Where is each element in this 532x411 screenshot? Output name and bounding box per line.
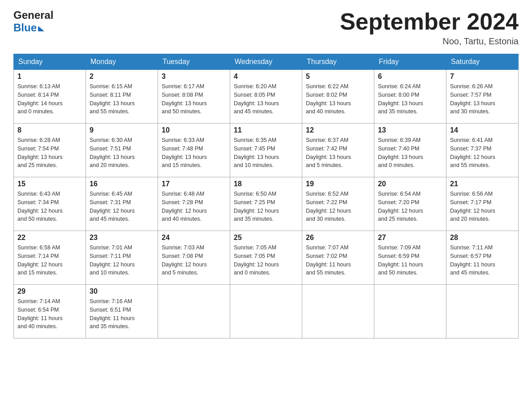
calendar-header-thursday: Thursday [302,54,374,70]
calendar-cell: 29 Sunrise: 7:14 AMSunset: 6:54 PMDaylig… [14,285,86,338]
day-info: Sunrise: 6:56 AMSunset: 7:17 PMDaylight:… [450,190,515,223]
calendar-cell: 2 Sunrise: 6:15 AMSunset: 8:11 PMDayligh… [86,70,158,124]
day-number: 29 [17,287,82,295]
day-number: 22 [17,234,82,242]
day-number: 1 [17,73,82,81]
calendar-cell: 10 Sunrise: 6:33 AMSunset: 7:48 PMDaylig… [158,124,230,177]
calendar-week-row: 15 Sunrise: 6:43 AMSunset: 7:34 PMDaylig… [14,177,519,231]
calendar-cell: 17 Sunrise: 6:48 AMSunset: 7:28 PMDaylig… [158,177,230,231]
day-info: Sunrise: 7:03 AMSunset: 7:08 PMDaylight:… [162,244,226,277]
day-number: 6 [378,73,442,81]
calendar-cell: 16 Sunrise: 6:45 AMSunset: 7:31 PMDaylig… [86,177,158,231]
calendar-cell: 11 Sunrise: 6:35 AMSunset: 7:45 PMDaylig… [230,124,302,177]
day-info: Sunrise: 6:24 AMSunset: 8:00 PMDaylight:… [378,82,442,116]
calendar-cell: 4 Sunrise: 6:20 AMSunset: 8:05 PMDayligh… [230,70,302,124]
calendar-cell: 8 Sunrise: 6:28 AMSunset: 7:54 PMDayligh… [14,124,86,177]
calendar-cell: 27 Sunrise: 7:09 AMSunset: 6:59 PMDaylig… [374,231,446,285]
day-number: 27 [378,234,442,242]
day-number: 17 [162,180,226,188]
calendar-cell [230,285,302,338]
day-number: 10 [162,126,226,134]
day-info: Sunrise: 6:58 AMSunset: 7:14 PMDaylight:… [17,244,82,277]
day-info: Sunrise: 7:07 AMSunset: 7:02 PMDaylight:… [306,244,370,277]
calendar-cell: 7 Sunrise: 6:26 AMSunset: 7:57 PMDayligh… [446,70,519,124]
day-info: Sunrise: 6:48 AMSunset: 7:28 PMDaylight:… [162,190,226,223]
day-info: Sunrise: 6:28 AMSunset: 7:54 PMDaylight:… [17,136,82,170]
day-info: Sunrise: 7:11 AMSunset: 6:57 PMDaylight:… [450,244,515,277]
day-info: Sunrise: 7:05 AMSunset: 7:05 PMDaylight:… [234,244,298,277]
calendar-cell: 30 Sunrise: 7:16 AMSunset: 6:51 PMDaylig… [86,285,158,338]
logo: General Blue [13,9,53,34]
calendar-cell: 23 Sunrise: 7:01 AMSunset: 7:11 PMDaylig… [86,231,158,285]
calendar-header-tuesday: Tuesday [158,54,230,70]
day-number: 26 [306,234,370,242]
calendar-cell [446,285,519,338]
calendar-cell [158,285,230,338]
calendar-cell: 26 Sunrise: 7:07 AMSunset: 7:02 PMDaylig… [302,231,374,285]
day-number: 16 [90,180,154,188]
day-info: Sunrise: 6:50 AMSunset: 7:25 PMDaylight:… [234,190,298,223]
calendar-week-row: 22 Sunrise: 6:58 AMSunset: 7:14 PMDaylig… [14,231,519,285]
day-number: 28 [450,234,515,242]
day-info: Sunrise: 6:41 AMSunset: 7:37 PMDaylight:… [450,136,515,170]
day-info: Sunrise: 7:01 AMSunset: 7:11 PMDaylight:… [90,244,154,277]
day-number: 21 [450,180,515,188]
day-number: 14 [450,126,515,134]
day-number: 12 [306,126,370,134]
calendar-cell: 19 Sunrise: 6:52 AMSunset: 7:22 PMDaylig… [302,177,374,231]
day-number: 25 [234,234,298,242]
day-number: 8 [17,126,82,134]
calendar-cell: 28 Sunrise: 7:11 AMSunset: 6:57 PMDaylig… [446,231,519,285]
day-info: Sunrise: 6:54 AMSunset: 7:20 PMDaylight:… [378,190,442,223]
day-info: Sunrise: 6:13 AMSunset: 8:14 PMDaylight:… [17,82,82,116]
calendar-cell: 20 Sunrise: 6:54 AMSunset: 7:20 PMDaylig… [374,177,446,231]
calendar-header-wednesday: Wednesday [230,54,302,70]
day-info: Sunrise: 6:33 AMSunset: 7:48 PMDaylight:… [162,136,226,170]
calendar-cell [374,285,446,338]
calendar-cell: 22 Sunrise: 6:58 AMSunset: 7:14 PMDaylig… [14,231,86,285]
day-info: Sunrise: 6:26 AMSunset: 7:57 PMDaylight:… [450,82,515,116]
day-info: Sunrise: 6:15 AMSunset: 8:11 PMDaylight:… [90,82,154,116]
day-info: Sunrise: 6:30 AMSunset: 7:51 PMDaylight:… [90,136,154,170]
day-info: Sunrise: 6:43 AMSunset: 7:34 PMDaylight:… [17,190,82,223]
calendar-header-saturday: Saturday [446,54,519,70]
calendar-header-sunday: Sunday [14,54,86,70]
calendar-table: SundayMondayTuesdayWednesdayThursdayFrid… [13,54,519,338]
day-info: Sunrise: 7:16 AMSunset: 6:51 PMDaylight:… [90,297,154,331]
calendar-cell: 13 Sunrise: 6:39 AMSunset: 7:40 PMDaylig… [374,124,446,177]
day-info: Sunrise: 6:45 AMSunset: 7:31 PMDaylight:… [90,190,154,223]
calendar-week-row: 1 Sunrise: 6:13 AMSunset: 8:14 PMDayligh… [14,70,519,124]
day-info: Sunrise: 6:35 AMSunset: 7:45 PMDaylight:… [234,136,298,170]
day-number: 3 [162,73,226,81]
day-number: 2 [90,73,154,81]
calendar-cell: 18 Sunrise: 6:50 AMSunset: 7:25 PMDaylig… [230,177,302,231]
calendar-header-monday: Monday [86,54,158,70]
day-info: Sunrise: 6:20 AMSunset: 8:05 PMDaylight:… [234,82,298,116]
day-number: 19 [306,180,370,188]
logo-general-text: General [13,9,53,21]
day-info: Sunrise: 6:17 AMSunset: 8:08 PMDaylight:… [162,82,226,116]
day-info: Sunrise: 6:39 AMSunset: 7:40 PMDaylight:… [378,136,442,170]
day-number: 9 [90,126,154,134]
calendar-cell: 15 Sunrise: 6:43 AMSunset: 7:34 PMDaylig… [14,177,86,231]
calendar-header-row: SundayMondayTuesdayWednesdayThursdayFrid… [14,54,519,70]
header: General Blue September 2024 Noo, Tartu, … [13,9,519,47]
day-number: 23 [90,234,154,242]
calendar-week-row: 8 Sunrise: 6:28 AMSunset: 7:54 PMDayligh… [14,124,519,177]
calendar-cell: 14 Sunrise: 6:41 AMSunset: 7:37 PMDaylig… [446,124,519,177]
day-number: 13 [378,126,442,134]
title-area: September 2024 Noo, Tartu, Estonia [340,9,519,47]
day-number: 4 [234,73,298,81]
day-number: 20 [378,180,442,188]
day-info: Sunrise: 6:22 AMSunset: 8:02 PMDaylight:… [306,82,370,116]
day-number: 30 [90,287,154,295]
day-info: Sunrise: 6:52 AMSunset: 7:22 PMDaylight:… [306,190,370,223]
calendar-cell: 3 Sunrise: 6:17 AMSunset: 8:08 PMDayligh… [158,70,230,124]
day-number: 24 [162,234,226,242]
calendar-cell: 12 Sunrise: 6:37 AMSunset: 7:42 PMDaylig… [302,124,374,177]
day-info: Sunrise: 7:09 AMSunset: 6:59 PMDaylight:… [378,244,442,277]
logo-blue-text: Blue [13,21,37,34]
month-title: September 2024 [340,9,519,34]
calendar-cell: 25 Sunrise: 7:05 AMSunset: 7:05 PMDaylig… [230,231,302,285]
day-info: Sunrise: 7:14 AMSunset: 6:54 PMDaylight:… [17,297,82,331]
